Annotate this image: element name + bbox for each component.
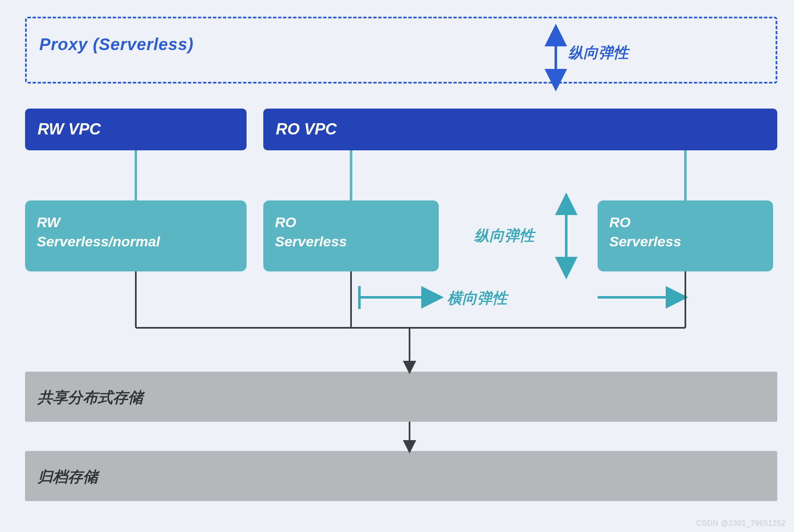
- archive-storage-box: 归档存储: [25, 451, 777, 501]
- ro-node2-box: ROServerless: [598, 200, 773, 271]
- architecture-diagram: Proxy (Serverless) 纵向弹性 RW VPC RO VPC RW…: [25, 17, 777, 518]
- proxy-label: Proxy (Serverless): [39, 35, 763, 54]
- horizontal-elastic-label: 横向弹性: [447, 288, 507, 309]
- ro-vpc-bar: RO VPC: [263, 109, 777, 150]
- ro-node1-box: ROServerless: [263, 200, 439, 271]
- vertical-elastic-mid-label: 纵向弹性: [474, 225, 534, 246]
- shared-storage-box: 共享分布式存储: [25, 372, 777, 422]
- rw-node-box: RWServerless/normal: [25, 200, 247, 271]
- rw-vpc-bar: RW VPC: [25, 109, 247, 150]
- watermark-text: CSDN @2301_79651252: [696, 519, 786, 528]
- vertical-elastic-top-label: 纵向弹性: [568, 43, 629, 63]
- proxy-container: Proxy (Serverless): [25, 17, 777, 84]
